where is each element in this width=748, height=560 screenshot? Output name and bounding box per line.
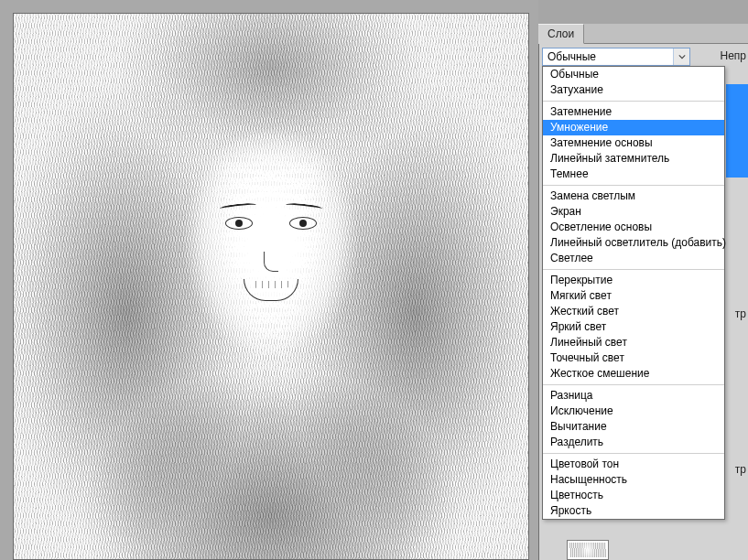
blend-mode-option[interactable]: Осветление основы xyxy=(543,220,724,235)
workspace xyxy=(0,0,538,560)
blend-mode-option[interactable]: Светлее xyxy=(543,251,724,266)
blend-mode-option[interactable]: Перекрытие xyxy=(543,273,724,288)
blend-mode-option[interactable]: Мягкий свет xyxy=(543,288,724,304)
blend-mode-option[interactable]: Экран xyxy=(543,204,724,220)
blend-mode-option[interactable]: Яркость xyxy=(543,503,724,519)
blend-mode-option[interactable]: Замена светлым xyxy=(543,188,724,204)
truncated-label-a: тр xyxy=(735,307,746,320)
blend-mode-option[interactable]: Линейный свет xyxy=(543,335,724,350)
blend-mode-option[interactable]: Разница xyxy=(543,388,724,404)
blend-mode-current: Обычные xyxy=(547,50,596,63)
blend-mode-option[interactable]: Умножение xyxy=(543,120,724,135)
document-canvas[interactable] xyxy=(13,13,529,560)
blend-mode-option[interactable]: Жесткое смешение xyxy=(543,366,724,382)
blend-mode-option[interactable]: Разделить xyxy=(543,435,724,450)
blend-mode-option[interactable]: Цветность xyxy=(543,488,724,503)
blend-mode-dropdown[interactable]: ОбычныеЗатуханиеЗатемнениеУмножениеЗатем… xyxy=(542,66,725,520)
blend-mode-option[interactable]: Затухание xyxy=(543,82,724,98)
blend-mode-option[interactable]: Линейный затемнитель xyxy=(543,151,724,167)
blend-mode-option[interactable]: Обычные xyxy=(543,67,724,82)
blend-mode-option[interactable]: Цветовой тон xyxy=(543,457,724,472)
blend-mode-option[interactable]: Вычитание xyxy=(543,419,724,435)
panel-tabs: Слои xyxy=(538,24,748,44)
tab-layers[interactable]: Слои xyxy=(538,24,584,44)
blend-mode-option[interactable]: Темнее xyxy=(543,167,724,182)
truncated-label-b: тр xyxy=(735,463,746,476)
blend-mode-option[interactable]: Яркий свет xyxy=(543,319,724,335)
blend-mode-option[interactable]: Линейный осветлитель (добавить) xyxy=(543,235,724,251)
blend-mode-option[interactable]: Исключение xyxy=(543,404,724,419)
blend-mode-option[interactable]: Жесткий свет xyxy=(543,304,724,319)
blend-mode-select[interactable]: Обычные xyxy=(542,48,690,66)
blend-mode-option[interactable]: Точечный свет xyxy=(543,350,724,366)
selected-layer-highlight xyxy=(726,84,748,178)
blend-mode-option[interactable]: Затемнение xyxy=(543,104,724,120)
opacity-label-truncated: Непр xyxy=(720,49,746,62)
layer-thumbnail[interactable] xyxy=(567,540,609,560)
blend-mode-option[interactable]: Насыщенность xyxy=(543,472,724,488)
sketch-image xyxy=(14,14,528,559)
chevron-down-icon[interactable] xyxy=(673,48,689,65)
blend-mode-option[interactable]: Затемнение основы xyxy=(543,135,724,151)
